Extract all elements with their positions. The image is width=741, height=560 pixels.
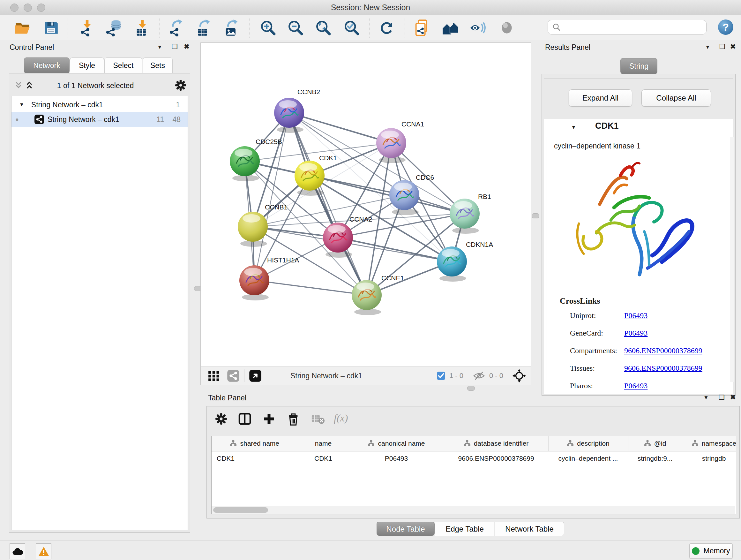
export-table-icon: [195, 19, 212, 37]
help-button[interactable]: ?: [718, 19, 734, 36]
import-table-button[interactable]: [133, 19, 151, 37]
delete-table-button[interactable]: [311, 412, 326, 426]
zoom-fit-button[interactable]: [314, 19, 332, 37]
crosslink-uniprot-link[interactable]: P06493: [624, 311, 648, 320]
cell-id[interactable]: stringdb:9...: [628, 451, 682, 465]
protein-section-expander-icon[interactable]: ▼: [571, 124, 576, 131]
table-settings-button[interactable]: [214, 412, 228, 426]
table-panel-close-icon[interactable]: ✖: [730, 394, 736, 400]
gear-icon[interactable]: [175, 79, 187, 91]
table-panel-float-icon[interactable]: ❑: [719, 394, 725, 400]
column-header-description[interactable]: description: [548, 436, 628, 451]
tab-sets[interactable]: Sets: [143, 57, 173, 73]
zoom-selected-button[interactable]: [343, 19, 360, 37]
network-collection-row[interactable]: ▼ String Network – cdk1 1: [11, 96, 188, 112]
eye-disabled-button[interactable]: [498, 19, 516, 37]
collapse-all-chevron-icon[interactable]: [14, 80, 23, 90]
column-header-canonical-name[interactable]: canonical name: [349, 436, 444, 451]
column-header-shared-name[interactable]: shared name: [212, 436, 298, 451]
export-image-button[interactable]: [222, 19, 240, 37]
function-builder-button[interactable]: f(x): [334, 412, 348, 424]
network-tab-panel: 1 of 1 Network selected ▼ String Network…: [9, 73, 190, 533]
home-networks-button[interactable]: [442, 19, 460, 37]
status-bar: Memory: [0, 541, 741, 560]
cell-shared-name[interactable]: CDK1: [212, 451, 298, 465]
network-canvas[interactable]: CCNB2CCNA1CDC25BCDK1CDC6RB1CCNB1CCNA2CDK…: [201, 43, 531, 367]
column-header-name[interactable]: name: [298, 436, 349, 451]
column-header-namespace[interactable]: namespace: [682, 436, 736, 451]
column-header-database-identifier[interactable]: database identifier: [444, 436, 548, 451]
memory-button[interactable]: Memory: [689, 543, 733, 558]
cloud-status-button[interactable]: [10, 543, 25, 559]
open-folder-icon: [14, 19, 30, 36]
import-network-button[interactable]: [78, 19, 96, 37]
crosslink-genecard-link[interactable]: P06493: [624, 329, 648, 337]
cell-canonical-name[interactable]: P06493: [349, 451, 444, 465]
collapse-all-button[interactable]: Collapse All: [642, 89, 711, 107]
expand-all-chevron-icon[interactable]: [24, 80, 34, 90]
network-node[interactable]: RB1: [450, 193, 491, 234]
network-documents-button[interactable]: [413, 19, 431, 37]
cell-database-identifier[interactable]: 9606.ENSP00000378699: [444, 451, 548, 465]
show-hide-graphics-button[interactable]: [469, 19, 487, 37]
results-panel-float-icon[interactable]: ❑: [719, 43, 725, 50]
table-h-scrollbar[interactable]: [212, 506, 735, 514]
expand-all-button[interactable]: Expand All: [569, 89, 632, 107]
crosslink-compartments-link[interactable]: 9606.ENSP00000378699: [624, 347, 702, 355]
results-panel-collapse-icon[interactable]: ▼: [705, 44, 711, 50]
tab-style[interactable]: Style: [70, 57, 104, 73]
save-session-button[interactable]: [42, 19, 60, 37]
open-session-button[interactable]: [13, 19, 31, 37]
cell-name[interactable]: CDK1: [298, 451, 349, 465]
delete-column-button[interactable]: [286, 412, 300, 426]
control-panel-collapse-icon[interactable]: ▼: [157, 44, 162, 50]
search-input[interactable]: [561, 23, 706, 32]
network-node[interactable]: HIST1H1A: [239, 256, 299, 300]
tab-network[interactable]: Network: [24, 57, 70, 73]
network-row-selected[interactable]: ● String Network – cdk1 11 48: [11, 112, 188, 127]
right-splitter-handle[interactable]: [532, 213, 539, 219]
network-node[interactable]: CDKN1A: [437, 241, 493, 282]
tab-node-table[interactable]: Node Table: [377, 522, 434, 536]
tab-edge-table[interactable]: Edge Table: [435, 522, 494, 536]
export-table-button[interactable]: [195, 19, 212, 37]
grid-view-icon[interactable]: [208, 370, 220, 382]
crosslink-tissues-link[interactable]: 9606.ENSP00000378699: [624, 364, 702, 373]
tree-expander-icon[interactable]: ▼: [19, 102, 24, 108]
network-view-mode-icon[interactable]: [227, 369, 240, 382]
results-panel-close-icon[interactable]: ✖: [730, 43, 736, 50]
selected-node-edge-count: 1 - 0: [449, 372, 463, 380]
network-edge[interactable]: [254, 280, 367, 295]
zoom-in-button[interactable]: [259, 19, 277, 37]
cell-namespace[interactable]: stringdb: [682, 451, 736, 465]
network-graph: CCNB2CCNA1CDC25BCDK1CDC6RB1CCNB1CCNA2CDK…: [201, 43, 531, 367]
table-panel-collapse-icon[interactable]: ▼: [703, 395, 709, 400]
control-panel-close-icon[interactable]: ✖: [184, 43, 190, 50]
network-edge[interactable]: [289, 113, 391, 143]
tab-select[interactable]: Select: [105, 57, 142, 73]
tab-network-table[interactable]: Network Table: [495, 522, 564, 536]
add-column-button[interactable]: [262, 412, 276, 426]
network-node[interactable]: CDC6: [389, 174, 434, 215]
export-network-button[interactable]: [167, 19, 185, 37]
tab-string[interactable]: String: [620, 58, 657, 74]
results-scrollbar[interactable]: [730, 137, 734, 382]
import-network-from-database-button[interactable]: [105, 19, 123, 37]
node-table: shared name name canonical name database…: [211, 436, 736, 514]
network-edge[interactable]: [310, 176, 465, 213]
column-header-id[interactable]: @id: [628, 436, 682, 451]
selected-checkbox-icon[interactable]: [436, 371, 446, 380]
pan-crosshair-icon[interactable]: [513, 369, 526, 382]
cell-description[interactable]: cyclin–dependent ...: [548, 451, 628, 465]
zoom-out-button[interactable]: [286, 19, 305, 37]
node-label: CCNB1: [265, 203, 287, 211]
table-row[interactable]: CDK1 CDK1 P06493 9606.ENSP00000378699 cy…: [212, 451, 736, 465]
birdseye-view-icon[interactable]: [249, 369, 262, 382]
warnings-button[interactable]: [36, 543, 51, 559]
show-column-button[interactable]: [238, 412, 252, 426]
column-tree-icon: [230, 440, 237, 447]
control-panel-float-icon[interactable]: ❑: [172, 43, 178, 50]
network-edge[interactable]: [338, 238, 452, 261]
table-h-scrollbar-thumb[interactable]: [213, 507, 268, 513]
refresh-view-button[interactable]: [378, 19, 396, 37]
